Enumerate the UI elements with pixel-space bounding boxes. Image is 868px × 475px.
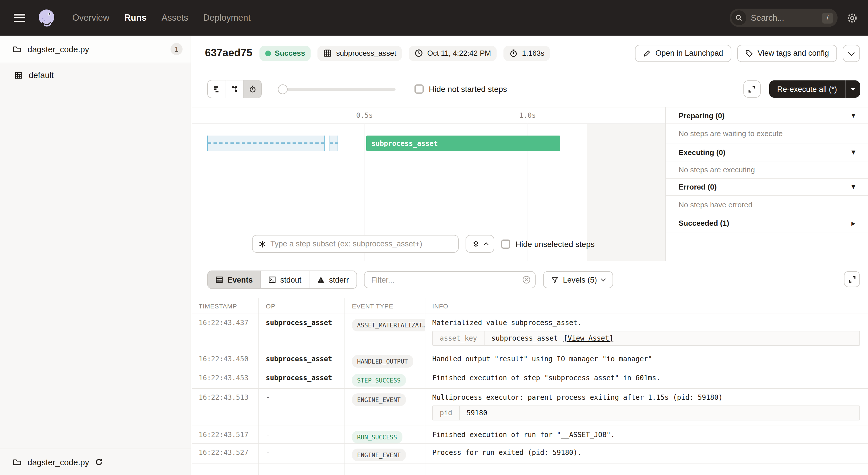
event-type-badge[interactable]: ENGINE_EVENT [352, 393, 406, 406]
search-shortcut-key: / [822, 12, 833, 23]
section-preparing[interactable]: Preparing (0)▼ [666, 108, 868, 123]
hide-not-started-checkbox-row[interactable]: Hide not started steps [414, 84, 507, 94]
caret-right-icon: ▶ [851, 220, 856, 226]
view-tags-config-button[interactable]: View tags and config [737, 44, 837, 62]
hide-unselected-checkbox-row[interactable]: Hide unselected steps [501, 239, 595, 248]
waterfall-view-icon [231, 85, 239, 93]
event-timestamp: 16:22:43.527 [192, 444, 259, 464]
levels-filter-button[interactable]: Levels (5) [543, 271, 613, 288]
event-op: - [259, 389, 345, 425]
table-icon [215, 276, 223, 284]
section-errored-empty: No steps have errored [666, 195, 868, 214]
log-tabs: Events stdout stderr [207, 270, 357, 289]
status-dot [265, 50, 271, 56]
nav-overview[interactable]: Overview [72, 12, 110, 23]
hide-not-started-checkbox[interactable] [414, 84, 424, 94]
col-info: INFO [425, 298, 868, 314]
search-input[interactable] [746, 13, 822, 22]
event-timestamp: 16:22:43.517 [192, 426, 259, 443]
event-metadata-table: pid 59180 [432, 406, 860, 420]
refresh-icon[interactable] [95, 458, 103, 466]
tab-stdout[interactable]: stdout [260, 271, 309, 288]
metadata-key: asset_key [433, 331, 485, 345]
hide-not-started-label: Hide not started steps [429, 84, 507, 94]
stopwatch-icon [509, 49, 518, 57]
dagster-logo-icon[interactable] [36, 7, 57, 29]
chevron-down-icon [848, 49, 855, 56]
event-type-badge[interactable]: ASSET_MATERIALIZAT… [352, 319, 425, 331]
event-type-badge[interactable]: ENGINE_EVENT [352, 449, 406, 461]
event-row[interactable]: 16:22:43.453 subprocess_asset STEP_SUCCE… [192, 369, 868, 389]
expand-icon [848, 275, 856, 284]
step-status-panel: Preparing (0)▼ No steps are waiting to e… [665, 108, 868, 262]
slider-track[interactable] [278, 88, 396, 91]
col-op: OP [259, 298, 345, 314]
code-location-label: dagster_code.py [28, 457, 89, 467]
event-type-badge[interactable]: STEP_SUCCESS [352, 374, 406, 387]
event-row[interactable]: 16:22:43.517 - RUN_SUCCESS Finished exec… [192, 426, 868, 444]
gear-icon[interactable] [846, 12, 858, 24]
dagster-run-page: Overview Runs Assets Deployment / dagste… [0, 0, 868, 475]
event-type-badge[interactable]: HANDLED_OUTPUT [352, 355, 413, 367]
timing-view-button[interactable] [243, 81, 261, 98]
gantt-step-bar[interactable]: subprocess_asset [366, 136, 560, 151]
sidebar-item-code-location[interactable]: dagster_code.py 1 [0, 36, 191, 63]
step-subset-inputbox[interactable] [252, 235, 459, 253]
global-search[interactable]: / [730, 9, 838, 27]
step-subset-input[interactable] [270, 239, 453, 248]
reexecute-all-button[interactable]: Re-execute all (*) [769, 81, 860, 98]
event-row[interactable]: 16:22:43.527 - ENGINE_EVENT Process for … [192, 444, 868, 464]
event-info: Materialized value subprocess_asset. [432, 319, 868, 327]
duration-tag: 1.163s [504, 46, 550, 61]
asset-tag[interactable]: subprocess_asset [318, 46, 402, 61]
slider-knob[interactable] [278, 84, 288, 94]
reexecute-dropdown-button[interactable] [845, 81, 860, 98]
section-executing[interactable]: Executing (0)▼ [666, 144, 868, 161]
events-section: Events stdout stderr Levels (5 [192, 261, 868, 475]
terminal-icon [268, 276, 276, 284]
sidebar-item-label: dagster_code.py [28, 44, 89, 54]
tab-stderr[interactable]: stderr [309, 271, 356, 288]
run-header-more-button[interactable] [843, 44, 860, 62]
status-badge: Success [259, 46, 311, 61]
open-in-launchpad-button[interactable]: Open in Launchpad [635, 44, 732, 62]
hamburger-menu-icon[interactable] [14, 14, 25, 22]
clear-filter-icon[interactable] [522, 275, 531, 284]
flat-view-button[interactable] [208, 81, 226, 98]
section-errored[interactable]: Errored (0)▼ [666, 178, 868, 195]
clock-icon [414, 49, 423, 57]
event-type-badge[interactable]: RUN_SUCCESS [352, 431, 402, 443]
job-grid-icon [14, 71, 23, 80]
section-succeeded[interactable]: Succeeded (1)▶ [666, 214, 868, 233]
gantt-chart: 0.5s 1.0s subprocess_asset Hi [192, 108, 665, 262]
events-table-body: 16:22:43.437 subprocess_asset ASSET_MATE… [192, 314, 868, 475]
events-table-header: TIMESTAMP OP EVENT TYPE INFO [192, 298, 868, 314]
event-timestamp: 16:22:43.437 [192, 314, 259, 350]
graph-query-button[interactable] [466, 235, 494, 253]
warning-icon [317, 276, 325, 284]
events-fullscreen-button[interactable] [844, 271, 860, 287]
events-toolbar: Events stdout stderr Levels (5 [192, 261, 868, 298]
after-run-region [587, 124, 665, 262]
chevron-down-icon [601, 276, 606, 281]
event-row[interactable]: 16:22:43.450 subprocess_asset HANDLED_OU… [192, 350, 868, 369]
view-asset-link[interactable]: [View Asset] [563, 334, 613, 342]
tab-events[interactable]: Events [208, 271, 260, 288]
tag-icon [745, 49, 753, 57]
nav-runs[interactable]: Runs [124, 12, 147, 23]
gantt-fullscreen-button[interactable] [743, 81, 761, 98]
sidebar-item-job-default[interactable]: default [0, 63, 191, 87]
axis-tick-1: 1.0s [519, 112, 536, 119]
hide-unselected-checkbox[interactable] [501, 239, 510, 248]
waterfall-view-button[interactable] [226, 81, 243, 98]
log-filter-input[interactable] [364, 271, 535, 288]
asset-grid-icon [323, 49, 332, 57]
event-op: subprocess_asset [259, 350, 345, 369]
nav-assets[interactable]: Assets [162, 12, 188, 23]
event-row[interactable]: 16:22:43.437 subprocess_asset ASSET_MATE… [192, 314, 868, 350]
nav-deployment[interactable]: Deployment [203, 12, 251, 23]
zoom-slider[interactable] [278, 81, 396, 98]
event-timestamp: 16:22:43.453 [192, 369, 259, 388]
event-row[interactable]: 16:22:43.513 - ENGINE_EVENT Multiprocess… [192, 389, 868, 426]
nav-links: Overview Runs Assets Deployment [72, 12, 251, 23]
